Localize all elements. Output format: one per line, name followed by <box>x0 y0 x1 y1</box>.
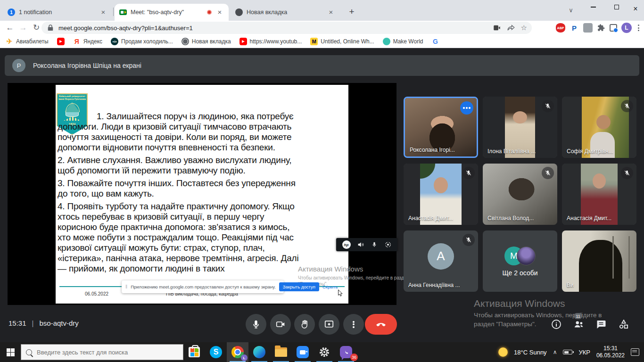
more-options-button[interactable] <box>343 314 364 335</box>
taskbar-settings-button[interactable] <box>314 342 335 362</box>
start-button[interactable] <box>0 342 21 362</box>
bookmark-star-icon[interactable]: ☆ <box>521 24 527 32</box>
desktop-screen: 1 1 notification × Meet: "bso-aqtv-dry" … <box>0 0 644 362</box>
tab-title: Новая вкладка <box>247 9 323 16</box>
mic-off-icon <box>462 167 475 179</box>
share-icon[interactable] <box>507 24 515 32</box>
camera-icon <box>275 319 286 329</box>
reload-icon[interactable]: ↻ <box>30 22 42 34</box>
leave-call-button[interactable] <box>365 314 397 335</box>
battery-icon[interactable] <box>563 350 572 354</box>
participants-count-badge: 11 <box>574 313 582 319</box>
participant-tile-overflow[interactable]: M Ще 2 особи <box>483 230 557 292</box>
window-restore-button[interactable] <box>607 0 626 14</box>
meet-favicon <box>119 9 127 15</box>
participant-tile-anna[interactable]: A Анна Геннадіївна ... <box>404 230 478 292</box>
extension-icon[interactable] <box>583 23 593 33</box>
taskbar-chrome-button[interactable]: L <box>227 342 248 362</box>
google-icon: G <box>431 38 439 45</box>
stop-sharing-button[interactable]: Закрыть доступ <box>279 282 319 291</box>
hide-share-bar-button[interactable]: Скрыть <box>322 284 338 289</box>
tab-close-icon[interactable]: × <box>99 8 107 16</box>
present-screen-button[interactable] <box>319 314 339 335</box>
slide-paragraph: 2. Активне слухання. Важливо уважно висл… <box>58 155 299 176</box>
overflow-avatars: M <box>504 247 536 265</box>
action-center-icon[interactable] <box>631 348 639 356</box>
meet-control-bar: 15:31 | bso-aqtv-dry Активация Windows Ч… <box>0 305 644 342</box>
tab-close-icon[interactable]: × <box>327 8 335 16</box>
new-tab-button[interactable]: + <box>346 6 358 18</box>
taskbar-viber-button[interactable]: 36 <box>335 342 357 362</box>
bookmark-youtube-url[interactable]: https://www.youtub... <box>239 38 302 45</box>
tray-time: 15:31 <box>603 345 618 352</box>
participant-tile-anastasiia-2[interactable]: Анастасія Дмит... <box>562 164 636 225</box>
tray-expand-icon[interactable]: ∧ <box>553 349 557 355</box>
recording-indicator-icon <box>207 10 212 15</box>
tab-newtab[interactable]: Новая вкладка × <box>231 4 340 21</box>
weather-text[interactable]: 18°C Sunny <box>514 349 547 356</box>
info-icon <box>551 319 562 330</box>
record-icon[interactable] <box>384 241 392 248</box>
side-panel-extension-icon[interactable] <box>610 24 617 32</box>
tab-search-chevron-icon[interactable]: ∨ <box>564 3 578 17</box>
bookmark-make-world[interactable]: Make World <box>383 38 423 45</box>
overflow-count-label: Ще 2 особи <box>483 269 557 277</box>
viber-unread-badge: 36 <box>350 354 358 361</box>
activities-icon <box>618 318 630 330</box>
participant-tile-svitlana[interactable]: Світлана Волод... <box>483 164 557 225</box>
bookmark-aviabilety[interactable]: ✈Авиабилеты <box>6 38 49 45</box>
hp-audio-overlay: hp <box>336 238 397 251</box>
forward-icon[interactable]: → <box>17 22 29 34</box>
search-input[interactable] <box>37 349 178 356</box>
drag-handle-icon[interactable]: ‖ <box>125 284 127 289</box>
bookmark-miro[interactable]: MUntitled, Online Wh... <box>310 38 374 45</box>
bookmark-olx[interactable]: o(xПродам холодиль... <box>111 38 173 45</box>
bookmark-newtab[interactable]: Новая вкладка <box>182 38 231 45</box>
mic-off-icon <box>462 234 475 246</box>
p-extension-icon[interactable]: P <box>570 23 579 33</box>
participant-tile-anastasiia-1[interactable]: Анастасія Дмит... <box>404 164 478 225</box>
language-indicator[interactable]: УКР <box>578 349 590 356</box>
speaker-icon[interactable] <box>357 241 364 248</box>
weather-sun-icon[interactable] <box>498 347 508 357</box>
participant-tile-ilona[interactable]: Ілона Віталіївна ... <box>483 97 557 158</box>
newtab-favicon <box>235 8 243 16</box>
participants-button[interactable]: 11 <box>572 317 586 331</box>
participant-tile-sofiia[interactable]: Софія Дмитрівн... <box>562 97 636 158</box>
tab-notification[interactable]: 1 1 notification × <box>3 4 112 21</box>
microphone-level-icon[interactable] <box>371 241 378 248</box>
camera-button[interactable] <box>270 314 291 335</box>
browser-menu-icon[interactable] <box>636 25 641 31</box>
taskbar-edge-button[interactable] <box>248 342 270 362</box>
profile-avatar[interactable]: L <box>621 23 632 33</box>
tab-close-icon[interactable]: × <box>215 8 224 16</box>
bookmark-yandex[interactable]: ЯЯндекс <box>73 38 102 45</box>
taskbar-search[interactable] <box>21 344 183 360</box>
activities-button[interactable] <box>617 317 631 331</box>
raise-hand-button[interactable] <box>294 314 315 335</box>
taskbar-skype-button[interactable]: S <box>205 342 227 362</box>
tile-menu-button[interactable] <box>460 101 473 115</box>
participant-tile-roksolana[interactable]: Роксолана Ігорі... <box>404 97 478 158</box>
chat-button[interactable] <box>594 317 608 331</box>
window-close-button[interactable]: × <box>627 2 644 16</box>
bookmark-google[interactable]: G <box>431 38 439 45</box>
adblock-extension-icon[interactable]: ABP <box>556 23 565 33</box>
extensions-puzzle-icon[interactable] <box>597 24 605 32</box>
back-icon[interactable]: ← <box>4 22 16 34</box>
meeting-details-button[interactable] <box>549 317 563 331</box>
search-icon <box>26 349 32 355</box>
camera-in-use-icon[interactable] <box>493 24 501 32</box>
mic-off-icon <box>542 167 554 179</box>
taskbar-clock[interactable]: 15:31 06.05.2022 <box>596 345 625 359</box>
window-minimize-button[interactable] <box>584 0 603 14</box>
slide-text: 1. Залишайтеся поруч із людиною, яка пот… <box>58 111 299 276</box>
taskbar-store-button[interactable] <box>183 342 205 362</box>
participant-tile-you[interactable]: Ви <box>562 230 636 292</box>
taskbar-zoom-button[interactable] <box>292 342 314 362</box>
taskbar-explorer-button[interactable] <box>270 342 292 362</box>
tab-meet[interactable]: Meet: "bso-aqtv-dry" × <box>115 4 229 21</box>
microphone-button[interactable] <box>246 314 266 335</box>
bookmark-youtube[interactable] <box>57 38 65 45</box>
address-bar[interactable]: meet.google.com/bso-aqtv-dry?pli=1&authu… <box>41 22 532 34</box>
